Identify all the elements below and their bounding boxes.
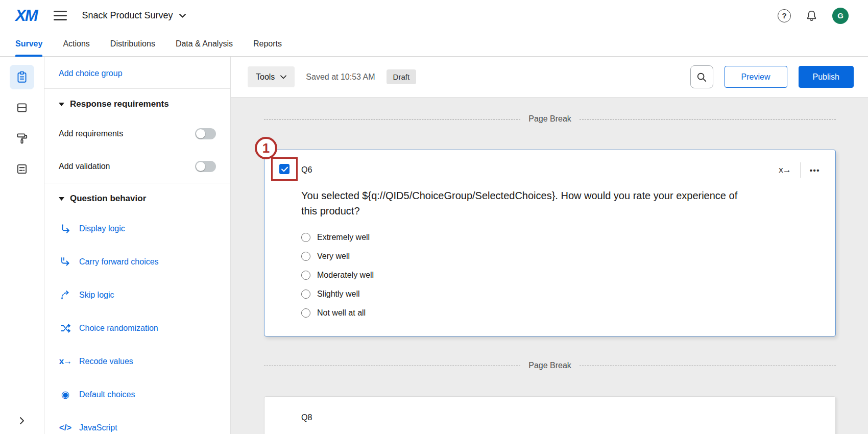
publish-button[interactable]: Publish: [799, 66, 854, 88]
page-break-label: Page Break: [528, 361, 571, 370]
survey-title-dropdown[interactable]: Snack Product Survey: [82, 10, 186, 21]
draft-status-badge: Draft: [387, 69, 417, 84]
add-choice-group-link[interactable]: Add choice group: [59, 69, 123, 78]
top-bar: XM Snack Product Survey ? G: [0, 0, 868, 31]
default-choices-link[interactable]: ◉ Default choices: [59, 378, 216, 411]
carry-forward-choices-link[interactable]: Carry forward choices: [59, 245, 216, 278]
caret-down-icon: [59, 103, 64, 106]
search-button[interactable]: [690, 65, 713, 88]
add-requirements-label: Add requirements: [59, 129, 123, 138]
help-icon[interactable]: ?: [778, 9, 791, 22]
blocks-icon[interactable]: [10, 95, 34, 120]
survey-editor-main: Tools Saved at 10:53 AM Draft Preview Pu…: [231, 57, 868, 434]
skip-logic-link[interactable]: Skip logic: [59, 278, 216, 311]
tab-reports[interactable]: Reports: [253, 31, 282, 56]
option-label: Very well: [317, 252, 350, 261]
display-logic-link[interactable]: Display logic: [59, 212, 216, 245]
add-validation-toggle[interactable]: [195, 161, 216, 172]
q6-option[interactable]: Slightly well: [301, 290, 820, 299]
survey-title: Snack Product Survey: [82, 10, 173, 21]
question-text[interactable]: You selected ${q://QID5/ChoiceGroup/Sele…: [301, 188, 738, 219]
question-menu-button[interactable]: •••: [810, 166, 820, 175]
search-icon: [696, 72, 707, 82]
radio-icon[interactable]: [301, 233, 310, 242]
default-choices-icon: ◉: [59, 389, 72, 400]
javascript-link[interactable]: </> JavaScript: [59, 411, 216, 434]
question-edit-panel: Add choice group Response requirements A…: [44, 57, 231, 434]
survey-builder-icon[interactable]: [10, 65, 34, 89]
recode-values-indicator[interactable]: x→: [779, 165, 791, 175]
radio-icon[interactable]: [301, 308, 310, 318]
response-requirements-section-header[interactable]: Response requirements: [59, 89, 216, 117]
q6-select-checkbox[interactable]: [279, 164, 290, 174]
q6-option[interactable]: Very well: [301, 252, 820, 261]
tab-survey[interactable]: Survey: [15, 31, 42, 56]
tab-actions[interactable]: Actions: [63, 31, 89, 56]
recode-icon: x→: [59, 356, 72, 367]
content-area: Add choice group Response requirements A…: [0, 57, 868, 434]
annotation-step-circle: 1: [255, 137, 277, 159]
radio-icon[interactable]: [301, 252, 310, 261]
question-id: Q6: [301, 165, 312, 175]
question-id: Q8: [301, 413, 312, 422]
save-status-text: Saved at 10:53 AM: [306, 73, 375, 82]
expand-rail-chevron-icon[interactable]: [18, 417, 26, 425]
topbar-actions: ? G: [778, 8, 849, 24]
tools-dropdown-button[interactable]: Tools: [248, 66, 295, 87]
option-label: Extremely well: [317, 233, 370, 242]
skip-logic-icon: [59, 291, 72, 300]
xm-logo: XM: [15, 7, 37, 25]
header-divider: [800, 162, 801, 178]
choice-randomization-link[interactable]: Choice randomization: [59, 311, 216, 345]
chevron-down-icon: [280, 75, 286, 79]
hamburger-menu-icon[interactable]: [54, 11, 67, 20]
q6-options: Extremely well Very well Moderately well…: [301, 233, 820, 318]
shuffle-icon: [59, 324, 72, 333]
recode-values-link[interactable]: x→ Recode values: [59, 345, 216, 378]
preview-button[interactable]: Preview: [725, 66, 787, 88]
option-label: Not well at all: [317, 308, 366, 318]
option-label: Slightly well: [317, 290, 360, 299]
notifications-bell-icon[interactable]: [805, 9, 818, 22]
add-requirements-row: Add requirements: [59, 117, 216, 150]
radio-icon[interactable]: [301, 290, 310, 299]
user-avatar[interactable]: G: [832, 8, 849, 24]
add-requirements-toggle[interactable]: [195, 128, 216, 139]
question-behavior-section-header[interactable]: Question behavior: [59, 183, 216, 212]
q8-header: Q8: [301, 411, 820, 424]
page-break-label: Page Break: [528, 114, 571, 124]
annotation-highlight-box: [271, 157, 298, 181]
look-and-feel-icon[interactable]: [10, 126, 34, 151]
icon-rail: [0, 57, 44, 434]
option-label: Moderately well: [317, 271, 374, 280]
add-validation-label: Add validation: [59, 162, 110, 171]
survey-flow-icon[interactable]: [10, 157, 34, 181]
display-logic-icon: [59, 224, 72, 233]
survey-canvas: Page Break 1 Q6 x→ ••: [231, 98, 868, 434]
q6-option[interactable]: Extremely well: [301, 233, 820, 242]
tab-distributions[interactable]: Distributions: [110, 31, 155, 56]
page-break: Page Break: [264, 114, 836, 124]
add-validation-row: Add validation: [59, 150, 216, 183]
carry-forward-icon: [59, 257, 72, 267]
editor-toolbar: Tools Saved at 10:53 AM Draft Preview Pu…: [231, 57, 868, 98]
page-break: Page Break: [264, 360, 836, 371]
q6-option[interactable]: Moderately well: [301, 271, 820, 280]
tab-data-analysis[interactable]: Data & Analysis: [176, 31, 233, 56]
chevron-down-icon: [179, 14, 186, 18]
radio-icon[interactable]: [301, 271, 310, 280]
caret-down-icon: [59, 197, 64, 201]
main-nav-tabs: Survey Actions Distributions Data & Anal…: [0, 31, 868, 57]
code-icon: </>: [59, 423, 72, 433]
question-card-q6[interactable]: 1 Q6 x→ ••• You selected ${q://QID5/Choi…: [264, 150, 836, 336]
question-card-q8[interactable]: Q8 Your four-digit coupon code is: ${e:/…: [264, 396, 836, 434]
q6-header: Q6 x→ •••: [301, 163, 820, 177]
q6-option[interactable]: Not well at all: [301, 308, 820, 318]
